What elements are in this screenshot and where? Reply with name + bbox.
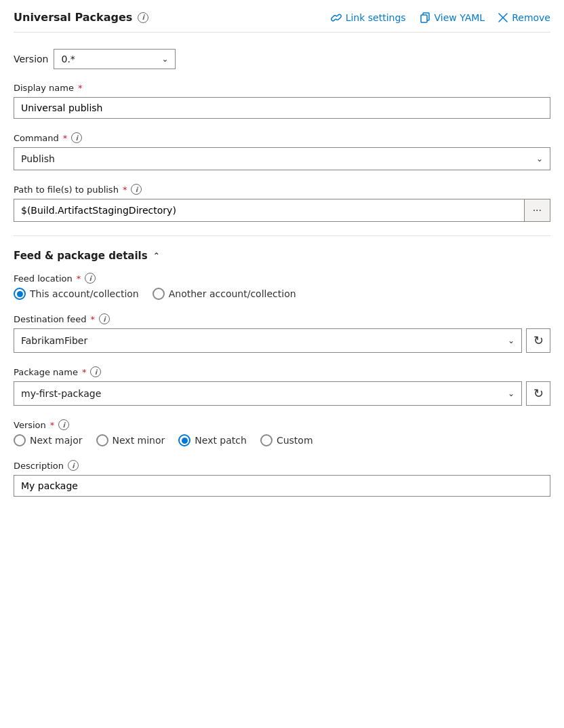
path-ellipsis-button[interactable]: ··· — [524, 199, 550, 222]
close-icon — [498, 13, 508, 22]
title-info-icon[interactable]: i — [138, 12, 148, 23]
top-version-label: Version — [14, 54, 48, 64]
package-name-refresh-button[interactable]: ↺ — [526, 381, 550, 406]
destination-feed-label-row: Destination feed * i — [14, 313, 550, 324]
version-radio-info-icon[interactable]: i — [58, 419, 69, 430]
destination-feed-chevron-icon: ⌄ — [508, 336, 515, 345]
package-name-label-row: Package name * i — [14, 366, 550, 377]
radio-custom-outer — [260, 434, 273, 446]
destination-feed-value: FabrikamFiber — [21, 335, 87, 346]
command-value: Publish — [21, 153, 55, 164]
package-name-info-icon[interactable]: i — [90, 366, 101, 377]
view-yaml-label: View YAML — [435, 12, 485, 23]
package-name-section: Package name * i my-first-package ⌄ ↺ — [14, 366, 550, 406]
command-label: Command — [14, 133, 59, 143]
radio-this-account-inner — [17, 291, 23, 297]
path-label: Path to file(s) to publish — [14, 185, 119, 195]
feed-location-label: Feed location — [14, 273, 73, 284]
radio-next-minor-label: Next minor — [113, 435, 165, 446]
destination-feed-refresh-button[interactable]: ↺ — [526, 328, 550, 353]
version-radio-label-row: Version * i — [14, 419, 550, 430]
version-radio-section: Version * i Next major Next minor Next p… — [14, 419, 550, 446]
radio-another-account-label: Another account/collection — [169, 288, 296, 299]
header-left: Universal Packages i — [14, 11, 148, 24]
radio-this-account-outer — [14, 288, 26, 300]
feed-location-label-row: Feed location * i — [14, 273, 550, 284]
version-radio-label: Version — [14, 420, 46, 430]
radio-another-account[interactable]: Another account/collection — [153, 288, 296, 300]
path-info-icon[interactable]: i — [131, 184, 142, 195]
version-radio-group: Next major Next minor Next patch Custom — [14, 434, 550, 446]
radio-next-major-label: Next major — [30, 435, 83, 446]
path-section: Path to file(s) to publish * i ··· — [14, 184, 550, 222]
feed-location-required: * — [77, 273, 81, 284]
display-name-section: Display name * — [14, 83, 550, 119]
radio-next-minor-outer — [96, 434, 108, 446]
command-chevron-icon: ⌄ — [536, 154, 543, 164]
display-name-label-row: Display name * — [14, 83, 550, 93]
top-version-section: Version 0.* ⌄ — [14, 49, 176, 69]
radio-next-patch-label: Next patch — [195, 435, 247, 446]
svg-rect-1 — [421, 15, 427, 22]
radio-next-patch[interactable]: Next patch — [178, 434, 247, 446]
radio-this-account[interactable]: This account/collection — [14, 288, 139, 300]
link-settings-button[interactable]: Link settings — [331, 12, 406, 23]
feed-package-section-label: Feed & package details — [14, 250, 148, 262]
feed-location-radio-group: This account/collection Another account/… — [14, 288, 550, 300]
description-label-row: Description i — [14, 460, 550, 471]
display-name-label: Display name — [14, 83, 74, 93]
command-info-icon[interactable]: i — [71, 132, 82, 143]
copy-icon — [420, 12, 430, 23]
package-name-label: Package name — [14, 367, 78, 377]
destination-feed-section: Destination feed * i FabrikamFiber ⌄ ↺ — [14, 313, 550, 353]
package-name-value: my-first-package — [21, 388, 101, 399]
description-input[interactable] — [14, 475, 550, 497]
feed-location-info-icon[interactable]: i — [85, 273, 96, 284]
view-yaml-button[interactable]: View YAML — [420, 12, 485, 23]
destination-feed-row: FabrikamFiber ⌄ ↺ — [14, 328, 550, 353]
feed-package-section-header[interactable]: Feed & package details ⌃ — [14, 250, 550, 262]
command-dropdown[interactable]: Publish ⌄ — [14, 147, 550, 170]
radio-next-patch-outer — [178, 434, 190, 446]
divider — [14, 235, 550, 236]
description-info-icon[interactable]: i — [68, 460, 79, 471]
link-settings-label: Link settings — [346, 12, 406, 23]
package-name-row: my-first-package ⌄ ↺ — [14, 381, 550, 406]
path-required: * — [123, 185, 127, 195]
path-input-wrapper: ··· — [14, 199, 550, 222]
feed-package-details-section: Feed & package details ⌃ Feed location *… — [14, 250, 550, 497]
path-label-row: Path to file(s) to publish * i — [14, 184, 550, 195]
description-section: Description i — [14, 460, 550, 497]
radio-next-major-outer — [14, 434, 26, 446]
radio-next-major[interactable]: Next major — [14, 434, 83, 446]
radio-custom-label: Custom — [277, 435, 313, 446]
package-name-refresh-icon: ↺ — [533, 386, 544, 401]
top-version-dropdown[interactable]: 0.* ⌄ — [54, 49, 176, 69]
remove-button[interactable]: Remove — [498, 12, 550, 23]
command-section: Command * i Publish ⌄ — [14, 132, 550, 170]
radio-next-patch-inner — [182, 438, 188, 444]
display-name-required: * — [78, 83, 83, 93]
page-header: Universal Packages i Link settings View … — [14, 11, 550, 33]
radio-another-account-outer — [153, 288, 165, 300]
link-icon — [331, 12, 342, 23]
destination-feed-label: Destination feed — [14, 314, 87, 324]
destination-feed-info-icon[interactable]: i — [99, 313, 110, 324]
feed-location-section: Feed location * i This account/collectio… — [14, 273, 550, 300]
description-label: Description — [14, 461, 64, 471]
display-name-input[interactable] — [14, 97, 550, 119]
path-input[interactable] — [14, 199, 524, 222]
radio-next-minor[interactable]: Next minor — [96, 434, 165, 446]
refresh-icon: ↺ — [533, 333, 544, 348]
command-label-row: Command * i — [14, 132, 550, 143]
package-name-dropdown[interactable]: my-first-package ⌄ — [14, 381, 522, 406]
destination-feed-dropdown[interactable]: FabrikamFiber ⌄ — [14, 328, 522, 353]
header-actions: Link settings View YAML Remove — [331, 12, 550, 23]
remove-label: Remove — [512, 12, 550, 23]
package-name-chevron-icon: ⌄ — [508, 389, 515, 398]
radio-custom[interactable]: Custom — [260, 434, 313, 446]
top-version-value: 0.* — [61, 54, 75, 64]
page-title: Universal Packages — [14, 11, 132, 24]
top-version-chevron-icon: ⌄ — [161, 54, 168, 64]
destination-feed-required: * — [91, 314, 96, 324]
